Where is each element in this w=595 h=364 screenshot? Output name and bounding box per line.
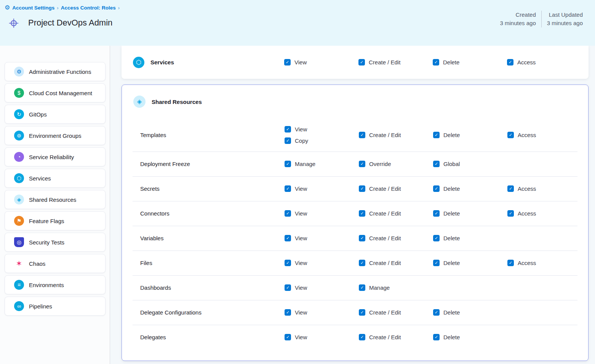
breadcrumb-access-control-roles[interactable]: Access Control: Roles [61, 5, 116, 11]
delegates-delete-checkbox[interactable]: Delete [433, 334, 507, 340]
templates-access-checkbox[interactable]: Access [507, 132, 588, 138]
checkbox-checked-icon[interactable] [507, 260, 514, 266]
checkbox-checked-icon[interactable] [359, 161, 365, 167]
sidebar-item-environments[interactable]: ≡Environments [5, 275, 106, 294]
delegate-configurations-delete-checkbox[interactable]: Delete [433, 309, 507, 316]
deployment-freeze-global-checkbox[interactable]: Global [433, 161, 507, 167]
feature-flags-icon: ⚑ [14, 216, 24, 226]
delegates-create-edit-checkbox[interactable]: Create / Edit [359, 334, 433, 340]
checkbox-checked-icon[interactable] [507, 132, 514, 138]
sidebar-item-pipelines[interactable]: ∞Pipelines [5, 297, 106, 316]
connectors-view-checkbox[interactable]: View [285, 210, 359, 217]
sidebar-item-environment-groups[interactable]: ⊚Environment Groups [5, 126, 106, 145]
connectors-access-checkbox[interactable]: Access [507, 210, 588, 217]
permission-label: Delete [443, 210, 460, 217]
templates-create-edit-checkbox[interactable]: Create / Edit [359, 132, 433, 138]
checkbox-checked-icon[interactable] [285, 185, 291, 192]
role-meta: Created 3 minutes ago Last Updated 3 min… [495, 11, 588, 27]
checkbox-checked-icon[interactable] [285, 309, 291, 316]
checkbox-checked-icon[interactable] [433, 210, 440, 217]
checkbox-checked-icon[interactable] [433, 260, 440, 266]
permission-label: Copy [295, 137, 308, 144]
sidebar-item-services[interactable]: ⬡Services [5, 169, 106, 188]
variables-create-edit-checkbox[interactable]: Create / Edit [359, 235, 433, 241]
checkbox-checked-icon[interactable] [433, 185, 440, 192]
checkbox-checked-icon[interactable] [359, 309, 365, 316]
delegate-configurations-create-edit-checkbox[interactable]: Create / Edit [359, 309, 433, 316]
checkbox-checked-icon[interactable] [285, 126, 291, 133]
environments-icon: ≡ [14, 280, 24, 290]
permission-label: Create / Edit [369, 235, 401, 241]
checkbox-checked-icon[interactable] [284, 59, 291, 65]
checkbox-checked-icon[interactable] [433, 235, 440, 241]
breadcrumb-account-settings[interactable]: Account Settings [12, 5, 54, 11]
sidebar-item-label: Security Tests [29, 239, 64, 246]
files-delete-checkbox[interactable]: Delete [433, 260, 507, 266]
checkbox-checked-icon[interactable] [433, 334, 440, 340]
checkbox-checked-icon[interactable] [285, 284, 291, 291]
services-create-edit-checkbox[interactable]: Create / Edit [358, 59, 433, 65]
variables-delete-checkbox[interactable]: Delete [433, 235, 507, 241]
dashboards-view-checkbox[interactable]: View [285, 284, 359, 291]
breadcrumb-separator-icon: › [118, 5, 120, 11]
variables-view-checkbox[interactable]: View [285, 235, 359, 241]
shared-resources-permissions-card: ◈ Shared Resources TemplatesViewCopyCrea… [122, 85, 589, 361]
checkbox-checked-icon[interactable] [285, 137, 291, 144]
secrets-view-checkbox[interactable]: View [285, 185, 359, 192]
settings-gear-icon[interactable]: ⚙ [5, 5, 10, 11]
checkbox-checked-icon[interactable] [433, 132, 440, 138]
deployment-freeze-manage-checkbox[interactable]: Manage [285, 161, 359, 167]
checkbox-checked-icon[interactable] [507, 59, 513, 65]
last-updated-label: Last Updated [547, 11, 583, 19]
sidebar-item-chaos[interactable]: ✶Chaos [5, 254, 106, 273]
services-access-checkbox[interactable]: Access [507, 59, 589, 65]
checkbox-checked-icon[interactable] [507, 210, 514, 217]
services-delete-checkbox[interactable]: Delete [433, 59, 507, 65]
connectors-create-edit-checkbox[interactable]: Create / Edit [359, 210, 433, 217]
checkbox-checked-icon[interactable] [359, 210, 365, 217]
checkbox-checked-icon[interactable] [285, 334, 291, 340]
sidebar-item-gitops[interactable]: ↻GitOps [5, 105, 106, 124]
sidebar-item-label: Service Reliability [29, 154, 74, 160]
checkbox-checked-icon[interactable] [359, 284, 365, 291]
connectors-delete-checkbox[interactable]: Delete [433, 210, 507, 217]
delegates-view-checkbox[interactable]: View [285, 334, 359, 340]
deployment-freeze-override-checkbox[interactable]: Override [359, 161, 433, 167]
sidebar-item-security-tests[interactable]: ◎Security Tests [5, 233, 106, 252]
checkbox-checked-icon[interactable] [507, 185, 514, 192]
checkbox-checked-icon[interactable] [359, 132, 365, 138]
templates-view-checkbox[interactable]: View [285, 126, 359, 133]
checkbox-checked-icon[interactable] [359, 235, 365, 241]
checkbox-checked-icon[interactable] [433, 59, 439, 65]
services-view-checkbox[interactable]: View [284, 59, 358, 65]
checkbox-checked-icon[interactable] [359, 260, 365, 266]
checkbox-checked-icon[interactable] [358, 59, 365, 65]
resource-label: Variables [140, 235, 285, 241]
sidebar-item-administrative-functions[interactable]: ⚙Administrative Functions [5, 62, 106, 81]
files-view-checkbox[interactable]: View [285, 260, 359, 266]
secrets-delete-checkbox[interactable]: Delete [433, 185, 507, 192]
dashboards-manage-checkbox[interactable]: Manage [359, 284, 433, 291]
files-access-checkbox[interactable]: Access [507, 260, 588, 266]
sidebar-item-label: Administrative Functions [29, 69, 91, 75]
sidebar-item-shared-resources[interactable]: ◈Shared Resources [5, 190, 106, 209]
templates-delete-checkbox[interactable]: Delete [433, 132, 507, 138]
sidebar-item-cloud-cost-management[interactable]: $Cloud Cost Management [5, 83, 106, 102]
checkbox-checked-icon[interactable] [285, 161, 291, 167]
checkbox-checked-icon[interactable] [285, 210, 291, 217]
resource-label: Secrets [140, 185, 285, 192]
secrets-create-edit-checkbox[interactable]: Create / Edit [359, 185, 433, 192]
checkbox-checked-icon[interactable] [285, 235, 291, 241]
sidebar-item-service-reliability[interactable]: ◔Service Reliability [5, 147, 106, 166]
templates-copy-checkbox[interactable]: Copy [285, 137, 359, 144]
checkbox-checked-icon[interactable] [359, 334, 365, 340]
secrets-access-checkbox[interactable]: Access [507, 185, 588, 192]
checkbox-checked-icon[interactable] [433, 161, 440, 167]
delegate-configurations-view-checkbox[interactable]: View [285, 309, 359, 316]
checkbox-checked-icon[interactable] [359, 185, 365, 192]
files-create-edit-checkbox[interactable]: Create / Edit [359, 260, 433, 266]
sidebar-item-label: Pipelines [29, 303, 52, 310]
checkbox-checked-icon[interactable] [285, 260, 291, 266]
checkbox-checked-icon[interactable] [433, 309, 440, 316]
sidebar-item-feature-flags[interactable]: ⚑Feature Flags [5, 211, 106, 230]
